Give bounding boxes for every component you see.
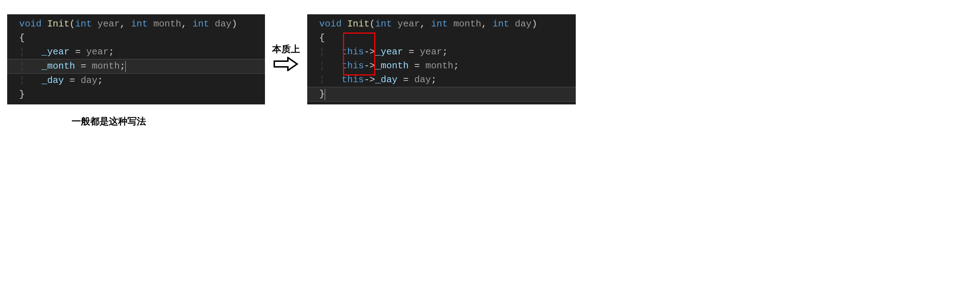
param-month: month: [153, 19, 181, 29]
paren-open: (: [70, 19, 75, 29]
param-month: month: [425, 60, 453, 71]
main-row: void Init(int year, int month, int day) …: [7, 14, 973, 105]
code-line: {: [307, 31, 576, 45]
member-day: _day: [41, 75, 64, 86]
paren-close: ): [532, 19, 538, 29]
brace-close: }: [320, 89, 325, 100]
indent-guide: ¦: [19, 75, 25, 86]
member-year: _year: [375, 46, 403, 57]
eq: =: [70, 46, 86, 57]
keyword-this: this: [342, 74, 364, 85]
code-line: void Init(int year, int month, int day): [307, 17, 576, 31]
semi: ;: [453, 60, 459, 71]
param-year: year: [86, 46, 108, 57]
code-line: }: [7, 87, 265, 101]
member-month: _month: [41, 61, 75, 71]
keyword-void: void: [19, 19, 41, 29]
semi: ;: [119, 61, 125, 71]
code-line: ¦ this->_month = month;: [307, 59, 576, 73]
code-line-highlighted: }: [307, 87, 576, 101]
brace-close: }: [19, 89, 25, 100]
brace-open: {: [19, 33, 25, 43]
arrow-op: ->: [364, 60, 375, 71]
comma: ,: [120, 19, 131, 29]
code-line: void Init(int year, int month, int day): [7, 17, 265, 31]
arrow-section: 本质上: [272, 43, 300, 71]
member-month: _month: [375, 60, 409, 71]
code-line: ¦ this->_day = day;: [307, 73, 576, 87]
semi: ;: [108, 46, 114, 57]
indent-guide: ¦: [320, 74, 325, 85]
code-block-right: void Init(int year, int month, int day) …: [307, 14, 576, 105]
comma: ,: [181, 19, 192, 29]
type-int: int: [75, 19, 92, 29]
indent-guide: ¦: [19, 61, 25, 71]
param-day: day: [414, 74, 431, 85]
paren-open: (: [369, 19, 375, 29]
arrow-op: ->: [364, 46, 375, 57]
param-day: day: [215, 19, 232, 29]
cursor: [125, 61, 126, 72]
type-int: int: [192, 19, 209, 29]
comma: ,: [481, 19, 492, 29]
code-line: ¦ _day = day;: [7, 74, 265, 87]
member-day: _day: [375, 74, 398, 85]
comma: ,: [420, 19, 431, 29]
function-name: Init: [47, 19, 70, 29]
caption: 一般都是这种写法: [72, 115, 973, 128]
param-day: day: [81, 75, 97, 86]
cursor: [325, 89, 325, 100]
param-year: year: [420, 46, 442, 57]
paren-close: ): [232, 19, 237, 29]
semi: ;: [431, 74, 437, 85]
semi: ;: [97, 75, 103, 86]
param-month: month: [92, 61, 119, 71]
code-line: ¦ _year = year;: [7, 45, 265, 59]
type-int: int: [431, 19, 448, 29]
type-int: int: [375, 19, 392, 29]
eq: =: [409, 60, 425, 71]
arrow-icon: [274, 57, 299, 71]
function-name: Init: [347, 19, 369, 29]
code-block-left: void Init(int year, int month, int day) …: [7, 14, 265, 105]
member-year: _year: [41, 46, 70, 57]
code-line-highlighted: ¦ _month = month;: [7, 59, 265, 74]
indent-guide: ¦: [320, 60, 325, 71]
type-int: int: [131, 19, 148, 29]
semi: ;: [442, 46, 448, 57]
keyword-this: this: [342, 60, 364, 71]
param-day: day: [515, 19, 532, 29]
eq: =: [398, 74, 414, 85]
code-line: {: [7, 31, 265, 45]
param-year: year: [398, 19, 420, 29]
eq: =: [64, 75, 81, 86]
keyword-void: void: [320, 19, 342, 29]
indent-guide: ¦: [19, 46, 25, 57]
keyword-this: this: [342, 46, 364, 57]
arrow-op: ->: [364, 74, 375, 85]
type-int: int: [492, 19, 509, 29]
indent-guide: ¦: [320, 46, 325, 57]
code-line: ¦ this->_year = year;: [307, 45, 576, 59]
param-year: year: [97, 19, 119, 29]
eq: =: [75, 61, 92, 71]
param-month: month: [453, 19, 481, 29]
eq: =: [403, 46, 420, 57]
arrow-label: 本质上: [272, 43, 300, 55]
brace-open: {: [320, 33, 325, 43]
